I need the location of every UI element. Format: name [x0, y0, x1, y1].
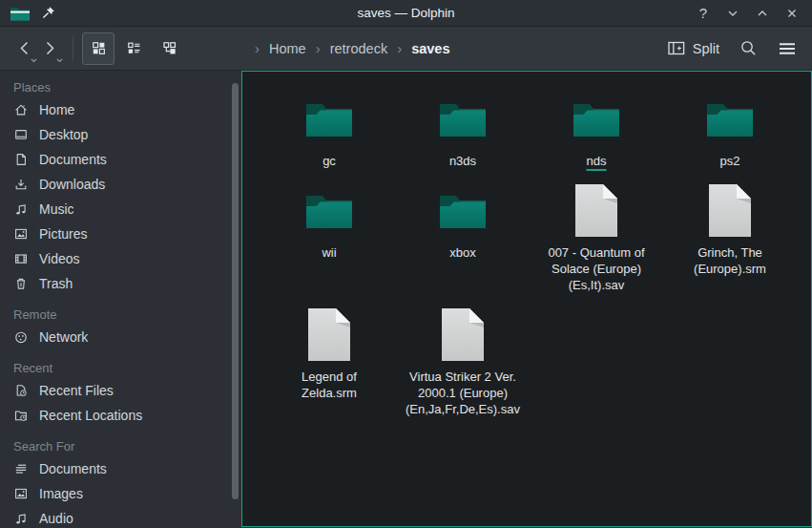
folder-item-gc[interactable]: gc [262, 89, 396, 169]
dolphin-window: saves — Dolphin ? [0, 0, 812, 528]
minimize-button[interactable] [722, 4, 743, 23]
section-header-search-for: Search For [0, 437, 241, 456]
item-label: Legend of Zelda.srm [280, 369, 379, 401]
breadcrumb-item-saves[interactable]: saves [411, 41, 449, 56]
item-label: Virtua Striker 2 Ver. 2000.1 (Europe) (E… [403, 369, 523, 417]
home-icon [13, 102, 29, 117]
sidebar-item-search-audio[interactable]: Audio [0, 506, 241, 527]
file-icon [574, 183, 618, 238]
pin-icon[interactable] [41, 6, 55, 20]
sidebar-item-downloads[interactable]: Downloads [0, 172, 241, 197]
close-button[interactable] [781, 4, 802, 23]
sidebar-item-network[interactable]: Network [0, 325, 241, 349]
sidebar-item-label: Desktop [39, 127, 88, 142]
titlebar[interactable]: saves — Dolphin ? [0, 0, 812, 27]
tree-view-button[interactable] [153, 32, 185, 65]
item-label: wii [322, 244, 336, 261]
sidebar-item-trash[interactable]: Trash [0, 271, 241, 296]
split-button-label: Split [693, 41, 719, 56]
breadcrumb-item-retrodeck[interactable]: retrodeck [330, 41, 387, 56]
folder-item-nds[interactable]: nds [530, 89, 663, 169]
menu-button[interactable] [778, 41, 797, 56]
forward-button[interactable] [37, 32, 63, 66]
forward-dropdown-icon[interactable] [56, 58, 63, 63]
sidebar-item-label: Documents [39, 152, 107, 167]
places-panel: Places Home Desktop Documents Downloads … [0, 71, 241, 527]
folder-item-ps2[interactable]: ps2 [663, 89, 797, 169]
documents-icon [13, 152, 29, 167]
chevron-right-icon: › [397, 40, 402, 56]
folder-icon [705, 97, 755, 139]
details-view-button[interactable] [117, 32, 150, 65]
recent-files-icon [13, 383, 29, 398]
file-item-virtua-striker-2[interactable]: Virtua Striker 2 Ver. 2000.1 (Europe) (E… [396, 305, 530, 417]
file-item-007-quantum-of-solace[interactable]: 007 - Quantum of Solace (Europe) (Es,It)… [530, 180, 663, 293]
downloads-icon [13, 177, 29, 192]
breadcrumb: › Home › retrodeck › saves [245, 40, 449, 56]
pictures-icon [13, 226, 29, 242]
sidebar-item-label: Audio [39, 511, 73, 526]
toolbar: › Home › retrodeck › saves Split [0, 27, 812, 71]
back-dropdown-icon[interactable] [31, 58, 37, 63]
file-icon [708, 183, 752, 238]
recent-locations-icon [13, 408, 29, 423]
sidebar-item-music[interactable]: Music [0, 197, 241, 222]
item-label: Grinch, The (Europe).srm [670, 244, 790, 277]
folder-icon [572, 97, 621, 139]
window-title: saves — Dolphin [0, 6, 812, 20]
trash-icon [13, 276, 29, 291]
sidebar-item-search-documents[interactable]: Documents [0, 456, 241, 481]
sidebar-item-recent-files[interactable]: Recent Files [0, 378, 241, 403]
breadcrumb-item-home[interactable]: Home [269, 41, 306, 56]
sidebar-item-label: Downloads [39, 177, 105, 192]
search-icon [739, 39, 758, 57]
folder-item-n3ds[interactable]: n3ds [396, 89, 530, 169]
sidebar-item-label: Recent Locations [39, 408, 142, 423]
folder-view[interactable]: gc n3ds nds ps2 wii [241, 71, 812, 527]
sidebar-item-label: Pictures [39, 226, 88, 242]
text-lines-icon [13, 461, 29, 476]
sidebar-item-label: Music [39, 201, 74, 217]
folder-icon [304, 189, 354, 231]
sidebar-item-search-images[interactable]: Images [0, 481, 241, 506]
sidebar-item-home[interactable]: Home [0, 97, 241, 122]
item-label: xbox [449, 244, 475, 261]
image-icon [13, 486, 29, 501]
sidebar-item-pictures[interactable]: Pictures [0, 222, 241, 246]
item-label: 007 - Quantum of Solace (Europe) (Es,It)… [536, 244, 656, 293]
file-icon [307, 307, 351, 362]
file-item-legend-of-zelda[interactable]: Legend of Zelda.srm [262, 305, 396, 417]
back-button[interactable] [11, 32, 37, 66]
sidebar-item-label: Images [39, 486, 83, 501]
folder-item-wii[interactable]: wii [262, 180, 396, 293]
videos-icon [13, 251, 29, 266]
chevron-right-icon: › [255, 40, 260, 56]
file-item-grinch-the[interactable]: Grinch, The (Europe).srm [663, 180, 797, 293]
section-header-recent: Recent [0, 359, 241, 378]
icons-view-button[interactable] [82, 32, 115, 65]
sidebar-item-label: Trash [39, 276, 73, 291]
music-icon [13, 511, 29, 526]
split-button[interactable]: Split [668, 41, 719, 56]
sidebar-item-label: Videos [39, 251, 80, 266]
sidebar-item-recent-locations[interactable]: Recent Locations [0, 403, 241, 428]
sidebar-item-documents[interactable]: Documents [0, 147, 241, 172]
maximize-button[interactable] [752, 4, 773, 23]
folder-item-xbox[interactable]: xbox [396, 180, 530, 293]
sidebar-item-label: Documents [39, 461, 107, 476]
folder-icon [304, 97, 354, 139]
folder-icon [438, 189, 488, 231]
sidebar-scrollbar[interactable] [232, 83, 239, 499]
toolbar-separator [73, 36, 73, 61]
help-button[interactable]: ? [693, 4, 714, 23]
section-header-remote: Remote [0, 306, 241, 325]
item-label: gc [323, 153, 336, 169]
dolphin-app-icon[interactable] [10, 5, 31, 22]
search-button[interactable] [739, 39, 758, 57]
desktop-icon [13, 127, 29, 142]
sidebar-item-videos[interactable]: Videos [0, 246, 241, 271]
file-icon [441, 307, 485, 362]
section-header-places: Places [0, 78, 241, 97]
sidebar-item-desktop[interactable]: Desktop [0, 122, 241, 147]
music-icon [13, 201, 29, 217]
